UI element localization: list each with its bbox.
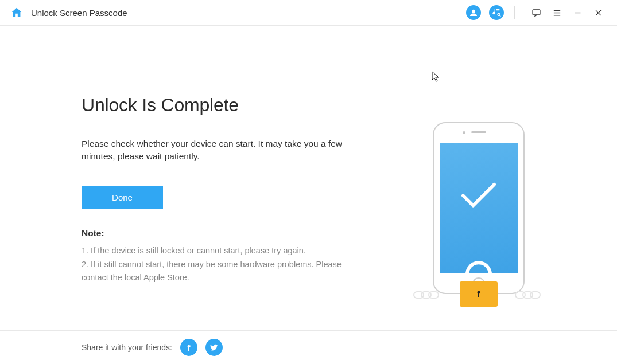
note-item-1: 1. If the device is still locked or cann… — [82, 244, 351, 257]
note-item-2: 2. If it still cannot start, there may b… — [82, 258, 351, 284]
facebook-icon: f — [187, 343, 190, 353]
description: Please check whether your device can sta… — [82, 138, 351, 163]
menu-icon[interactable] — [548, 4, 565, 21]
right-column — [374, 95, 583, 294]
checkmark-icon — [456, 179, 501, 214]
lock-icon — [460, 281, 498, 307]
titlebar: Unlock Screen Passcode — [0, 0, 617, 26]
page-heading: Unlock Is Complete — [82, 95, 351, 116]
phone-screen — [440, 143, 518, 273]
close-button[interactable] — [589, 4, 607, 21]
app-title: Unlock Screen Passcode — [31, 8, 127, 18]
svg-line-2 — [499, 15, 500, 17]
titlebar-right — [458, 4, 607, 21]
left-column: Unlock Is Complete Please check whether … — [82, 95, 351, 294]
twitter-button[interactable] — [205, 339, 223, 356]
svg-point-0 — [472, 10, 475, 13]
svg-rect-3 — [533, 9, 540, 14]
minimize-button[interactable] — [569, 4, 586, 21]
phone-body — [433, 122, 525, 294]
phone-speaker — [471, 131, 486, 133]
titlebar-left: Unlock Screen Passcode — [10, 6, 127, 19]
share-label: Share it with your friends: — [82, 343, 172, 352]
phone-camera — [463, 131, 465, 134]
svg-rect-11 — [478, 293, 479, 297]
music-search-icon[interactable] — [489, 5, 504, 20]
note-title: Note: — [82, 228, 351, 238]
footer: Share it with your friends: f — [0, 330, 617, 364]
home-icon[interactable] — [10, 6, 23, 19]
done-button[interactable]: Done — [82, 186, 163, 209]
facebook-button[interactable]: f — [180, 339, 197, 356]
main-content: Unlock Is Complete Please check whether … — [0, 26, 617, 294]
unlock-arc-icon — [463, 254, 495, 273]
chain-right — [518, 291, 541, 299]
twitter-icon — [209, 343, 219, 352]
phone-illustration — [418, 122, 539, 294]
chain-left — [417, 291, 439, 299]
account-icon[interactable] — [466, 5, 481, 20]
icon-divider — [514, 6, 515, 19]
feedback-icon[interactable] — [527, 4, 545, 21]
